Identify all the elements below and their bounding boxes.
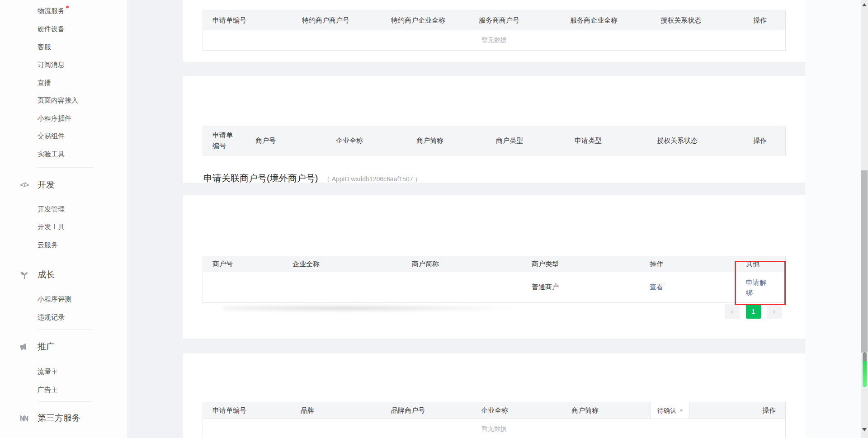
- sidebar-item-label: 实验工具: [38, 150, 65, 158]
- column-header: 操作: [753, 15, 785, 26]
- brand-account-table: 申请单编号 品牌 品牌商户号 企业全称 商户简称 待确认 操作 暂无数据: [203, 402, 786, 438]
- sidebar-section-label: 开发: [38, 179, 55, 191]
- column-header: 商户号: [212, 259, 292, 269]
- sidebar-divider: [38, 329, 93, 330]
- sidebar-item-label: 开发管理: [38, 205, 65, 213]
- unbind-link[interactable]: 申请解绑: [746, 277, 769, 298]
- sidebar-item-advertiser[interactable]: 广告主: [38, 386, 58, 394]
- column-header: 服务商企业全称: [570, 15, 660, 26]
- sidebar-item-label: 开发工具: [38, 223, 65, 231]
- status-filter-label: 待确认: [657, 405, 676, 416]
- section-title: 申请关联商户号(境外商户号) （ AppID:wxddb1206c6aaf150…: [203, 172, 421, 184]
- column-header: 品牌商户号: [391, 405, 481, 416]
- capture-progress-indicator: [862, 352, 867, 388]
- column-header: 商户简称: [571, 405, 651, 416]
- overseas-section-title: 申请关联商户号(境外商户号): [203, 173, 318, 183]
- column-header: 企业全称: [292, 259, 412, 269]
- sidebar-item-hardware[interactable]: 硬件设备: [38, 25, 65, 33]
- sidebar-item-label: 订阅消息: [38, 61, 65, 68]
- sidebar-section-third-party[interactable]: 第三方服务: [0, 412, 128, 424]
- sidebar-item-label: 客服: [38, 43, 51, 51]
- sidebar-divider: [38, 257, 93, 257]
- sidebar-item-label: 广告主: [38, 386, 58, 393]
- prev-page-button[interactable]: ‹: [725, 304, 740, 319]
- column-header: 品牌: [301, 405, 391, 416]
- column-header: 商户类型: [532, 259, 650, 269]
- appid-subtitle: （ AppID:wxddb1206c6aaf1507 ）: [324, 175, 421, 183]
- sprout-icon: [19, 269, 30, 280]
- column-header: 商户简称: [416, 135, 496, 146]
- sidebar-section-growth[interactable]: 成长: [0, 268, 128, 281]
- sidebar-item-customer-service[interactable]: 客服: [38, 43, 51, 52]
- pagination: ‹ 1 ›: [183, 304, 805, 319]
- column-header: 商户简称: [412, 259, 532, 269]
- column-header: 申请单编号: [212, 15, 302, 26]
- view-link-label: 查看: [650, 283, 663, 291]
- table-header-row: 申请单编号 品牌 品牌商户号 企业全称 商户简称 待确认 操作: [203, 402, 785, 419]
- linked-merchant-table: 商户号 企业全称 商户简称 商户类型 操作 其他 普通商户 查看 申请解绑: [203, 256, 786, 303]
- scroll-down-arrow-icon[interactable]: [862, 428, 867, 431]
- sidebar: 物流服务 硬件设备 客服 订阅消息 直播 页面内容接入 小程序插件 交易组件 实…: [0, 0, 128, 438]
- status-filter-dropdown[interactable]: 待确认: [651, 402, 690, 419]
- column-header: 操作: [753, 135, 785, 146]
- sidebar-section-develop[interactable]: </> 开发: [0, 179, 128, 191]
- sidebar-section-label: 推广: [38, 341, 55, 353]
- scrollbar-track[interactable]: [861, 0, 868, 438]
- column-header: 申请单编号: [212, 130, 255, 151]
- table-header-row: 申请单编号 特约商户商户号 特约商户企业全称 服务商商户号 服务商企业全称 授权…: [203, 10, 785, 30]
- sidebar-item-traffic-owner[interactable]: 流量主: [38, 367, 58, 376]
- scroll-up-arrow-icon[interactable]: [862, 3, 867, 6]
- column-header: 申请单编号: [212, 405, 301, 416]
- empty-state-text: 暂无数据: [203, 419, 785, 438]
- sidebar-item-dev-tools[interactable]: 开发工具: [38, 223, 65, 231]
- sidebar-item-logistics[interactable]: 物流服务: [38, 7, 69, 15]
- sidebar-item-violation-record[interactable]: 违规记录: [38, 313, 65, 322]
- main-content: 申请单编号 特约商户商户号 特约商户企业全称 服务商商户号 服务商企业全称 授权…: [128, 0, 805, 438]
- sidebar-item-label: 小程序插件: [38, 114, 71, 122]
- column-header: 特约商户企业全称: [391, 15, 479, 26]
- sidebar-section-label: 第三方服务: [38, 412, 80, 424]
- sidebar-item-label: 违规记录: [38, 313, 65, 321]
- sidebar-section-label: 成长: [38, 269, 55, 281]
- status-filter-cell: 待确认: [651, 402, 762, 419]
- view-link[interactable]: 查看: [650, 283, 746, 292]
- third-party-icon: [19, 413, 30, 424]
- sidebar-item-plugins[interactable]: 小程序插件: [38, 114, 71, 123]
- current-page-button[interactable]: 1: [746, 304, 761, 319]
- notification-dot-icon: [66, 6, 69, 9]
- sidebar-item-trade-component[interactable]: 交易组件: [38, 132, 65, 141]
- sidebar-divider: [38, 167, 93, 168]
- sidebar-item-subscribe-message[interactable]: 订阅消息: [38, 61, 65, 69]
- column-header: 服务商商户号: [479, 15, 570, 26]
- sidebar-item-label: 云服务: [38, 241, 58, 249]
- next-page-button[interactable]: ›: [767, 304, 782, 319]
- table-row: 普通商户 查看 申请解绑: [203, 272, 785, 302]
- sidebar-item-dev-manage[interactable]: 开发管理: [38, 205, 65, 214]
- column-header: 授权关系状态: [657, 135, 753, 146]
- linked-merchant-card: 已关联商户号 商户号 企业全称 商户简称 商户类型 操作 其他 普通商户 查看 …: [183, 195, 805, 339]
- sidebar-item-label: 小程序评测: [38, 295, 71, 303]
- column-header: 商户类型: [496, 135, 575, 146]
- table-header-row: 商户号 企业全称 商户简称 商户类型 操作 其他: [203, 256, 785, 272]
- sidebar-item-label: 硬件设备: [38, 25, 65, 33]
- scrollbar-thumb[interactable]: [861, 170, 868, 353]
- sidebar-item-label: 交易组件: [38, 132, 65, 140]
- sidebar-item-lab-tools[interactable]: 实验工具: [38, 150, 65, 159]
- sidebar-section-promotion[interactable]: 推广: [0, 340, 128, 353]
- overseas-apply-card: 申请关联商户号(境外商户号) （ AppID:wxddb1206c6aaf150…: [183, 76, 805, 183]
- column-header: 授权关系状态: [660, 15, 753, 26]
- column-header: 企业全称: [481, 405, 571, 416]
- column-header: 特约商户商户号: [302, 15, 391, 26]
- pending-apply-table: 申请单编号 特约商户商户号 特约商户企业全称 服务商商户号 服务商企业全称 授权…: [203, 10, 786, 51]
- sidebar-item-page-content[interactable]: 页面内容接入: [38, 96, 78, 105]
- column-header: 其他: [746, 259, 785, 269]
- sidebar-item-label: 页面内容接入: [38, 96, 78, 104]
- column-header: 操作: [650, 259, 746, 269]
- sidebar-item-mp-evaluation[interactable]: 小程序评测: [38, 295, 71, 304]
- sidebar-item-cloud-service[interactable]: 云服务: [38, 241, 58, 250]
- sidebar-item-live[interactable]: 直播: [38, 79, 51, 87]
- pending-apply-card: 申请单编号 特约商户商户号 特约商户企业全称 服务商商户号 服务商企业全称 授权…: [183, 0, 805, 62]
- column-header: 操作: [762, 405, 785, 416]
- column-header: 申请类型: [575, 135, 657, 146]
- sidebar-item-label: 直播: [38, 79, 51, 86]
